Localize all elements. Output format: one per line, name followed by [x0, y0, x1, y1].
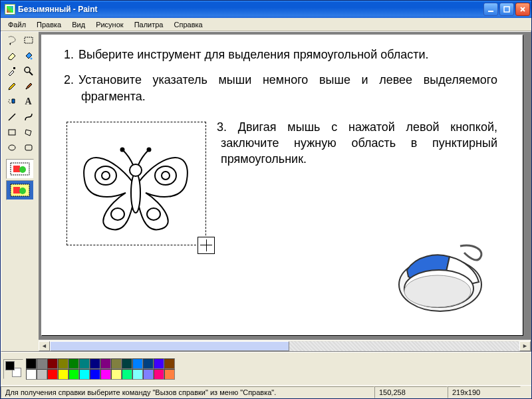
color-swatch[interactable]: [154, 358, 164, 369]
tool-airbrush[interactable]: [4, 94, 20, 109]
paint-window: Безымянный - Paint Файл Правка Вид Рисун…: [0, 0, 532, 399]
svg-point-31: [148, 148, 151, 151]
svg-point-27: [147, 208, 160, 220]
svg-point-7: [25, 67, 30, 72]
color-swatch[interactable]: [164, 369, 175, 380]
svg-point-11: [9, 102, 10, 103]
tool-curve[interactable]: [21, 110, 37, 124]
tool-magnifier[interactable]: [21, 64, 37, 78]
svg-line-8: [29, 72, 33, 75]
color-swatch[interactable]: [37, 369, 47, 380]
svg-rect-17: [13, 166, 20, 172]
close-button[interactable]: [515, 3, 530, 16]
mouse-drawing: [387, 238, 493, 318]
tool-line[interactable]: [4, 110, 20, 124]
tool-text[interactable]: A: [21, 94, 37, 109]
option-transparent-on[interactable]: [6, 180, 34, 200]
toolbox: A: [1, 32, 39, 351]
scroll-track[interactable]: [50, 341, 519, 351]
color-swatch[interactable]: [164, 358, 175, 369]
menu-view[interactable]: Вид: [67, 19, 90, 30]
minimize-button[interactable]: [483, 3, 498, 16]
menubar: Файл Правка Вид Рисунок Палитра Справка: [1, 18, 531, 31]
color-swatch[interactable]: [58, 358, 68, 369]
current-colors[interactable]: [3, 359, 23, 379]
color-swatch[interactable]: [90, 358, 100, 369]
tool-fill[interactable]: [21, 49, 37, 63]
svg-rect-20: [13, 187, 20, 194]
tool-rounded-rect[interactable]: [21, 140, 37, 155]
scroll-right-button[interactable]: ►: [519, 341, 531, 351]
color-swatch[interactable]: [111, 369, 122, 380]
foreground-color: [5, 361, 15, 370]
titlebar[interactable]: Безымянный - Paint: [1, 1, 531, 18]
color-box: [1, 352, 531, 385]
svg-point-26: [111, 208, 124, 220]
svg-point-5: [30, 58, 32, 60]
tool-eraser[interactable]: [4, 49, 20, 63]
color-swatch[interactable]: [47, 358, 58, 369]
color-swatch[interactable]: [90, 369, 100, 380]
tool-polygon[interactable]: [21, 125, 37, 140]
color-swatch[interactable]: [58, 369, 68, 380]
color-palette: [26, 358, 175, 380]
tool-pencil[interactable]: [4, 79, 20, 94]
color-swatch[interactable]: [100, 369, 111, 380]
tool-eyedropper[interactable]: [4, 64, 20, 78]
status-selection-size: 219x190: [448, 386, 521, 398]
window-title: Безымянный - Paint: [18, 5, 483, 14]
svg-rect-6: [13, 67, 15, 69]
tool-rectangle[interactable]: [4, 125, 20, 140]
color-swatch[interactable]: [111, 358, 122, 369]
svg-rect-1: [504, 7, 509, 12]
menu-edit[interactable]: Правка: [32, 19, 66, 30]
svg-rect-4: [25, 37, 33, 43]
svg-point-25: [162, 172, 170, 180]
svg-point-10: [8, 101, 9, 102]
color-swatch[interactable]: [79, 358, 90, 369]
menu-help[interactable]: Справка: [170, 19, 207, 30]
color-swatch[interactable]: [37, 358, 47, 369]
tool-rect-select[interactable]: [21, 33, 37, 48]
menu-file[interactable]: Файл: [3, 19, 31, 30]
color-swatch[interactable]: [132, 369, 143, 380]
color-swatch[interactable]: [154, 369, 164, 380]
selection-rectangle: [66, 122, 206, 245]
scroll-left-button[interactable]: ◄: [39, 341, 50, 351]
canvas-area: 1.Выберите инструмент для выделения прям…: [39, 32, 531, 351]
color-swatch[interactable]: [143, 369, 154, 380]
status-cursor-position: 150,258: [374, 386, 448, 398]
svg-point-24: [102, 172, 110, 180]
svg-point-28: [131, 173, 140, 213]
svg-point-30: [121, 148, 124, 151]
tool-ellipse[interactable]: [4, 140, 20, 155]
status-help-text: Для получения справки выберите команду "…: [1, 386, 374, 398]
color-swatch[interactable]: [100, 358, 111, 369]
menu-colors[interactable]: Палитра: [130, 19, 168, 30]
scroll-thumb[interactable]: [50, 341, 289, 351]
color-swatch[interactable]: [26, 358, 37, 369]
canvas-scroll[interactable]: 1.Выберите инструмент для выделения прям…: [39, 32, 531, 340]
canvas[interactable]: 1.Выберите инструмент для выделения прям…: [41, 35, 523, 335]
instruction-step-3: 3. Двигая мышь с нажатой левой кнопкой, …: [221, 119, 500, 245]
maximize-button[interactable]: [499, 3, 514, 16]
instruction-step-1: 1.Выберите инструмент для выделения прям…: [81, 47, 497, 63]
color-swatch[interactable]: [132, 358, 143, 369]
color-swatch[interactable]: [68, 358, 79, 369]
svg-point-29: [130, 164, 142, 176]
tool-freeform-select[interactable]: [4, 33, 20, 48]
color-swatch[interactable]: [79, 369, 90, 380]
butterfly-drawing: [72, 126, 199, 239]
color-swatch[interactable]: [122, 369, 132, 380]
svg-line-12: [9, 114, 15, 120]
color-swatch[interactable]: [122, 358, 132, 369]
menu-image[interactable]: Рисунок: [91, 19, 128, 30]
horizontal-scrollbar[interactable]: ◄ ►: [39, 340, 531, 351]
color-swatch[interactable]: [68, 369, 79, 380]
color-swatch[interactable]: [47, 369, 58, 380]
tool-brush[interactable]: [21, 79, 37, 94]
color-swatch[interactable]: [143, 358, 154, 369]
svg-rect-0: [488, 11, 493, 12]
option-transparent-off[interactable]: [6, 159, 34, 179]
color-swatch[interactable]: [26, 369, 37, 380]
